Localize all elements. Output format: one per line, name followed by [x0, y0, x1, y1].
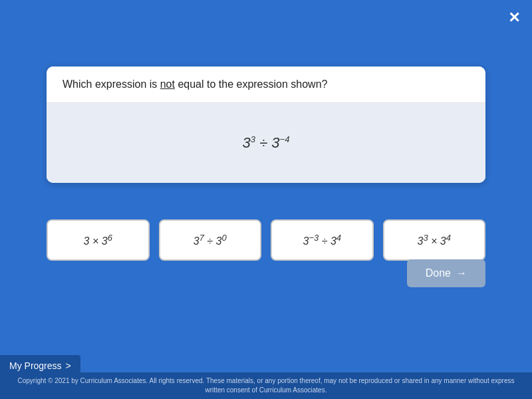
question-card: Which expression is not equal to the exp… — [47, 66, 485, 183]
question-header: Which expression is not equal to the exp… — [47, 66, 485, 103]
done-arrow: → — [456, 267, 467, 279]
question-text: Which expression is not equal to the exp… — [63, 78, 327, 90]
choice-c[interactable]: 3−3 ÷ 34 — [271, 219, 374, 261]
choice-b[interactable]: 37 ÷ 30 — [159, 219, 262, 261]
choice-d[interactable]: 33 × 34 — [383, 219, 486, 261]
close-button[interactable]: ✕ — [508, 9, 520, 27]
my-progress-arrow: > — [66, 360, 71, 371]
question-text-after: equal to the expression shown? — [175, 78, 327, 90]
done-button[interactable]: Done → — [407, 259, 485, 287]
expression-area: 33 ÷ 3−4 — [47, 103, 485, 183]
choice-a[interactable]: 3 × 36 — [47, 219, 150, 261]
main-expression: 33 ÷ 3−4 — [243, 134, 290, 152]
footer: Copyright © 2021 by Curriculum Associate… — [0, 372, 532, 399]
question-text-before: Which expression is — [63, 78, 160, 90]
footer-text: Copyright © 2021 by Curriculum Associate… — [18, 377, 515, 394]
done-label: Done — [426, 267, 451, 279]
question-underline: not — [160, 78, 175, 90]
choices-row: 3 × 36 37 ÷ 30 3−3 ÷ 34 33 × 34 — [47, 219, 485, 261]
my-progress-label: My Progress — [9, 360, 62, 371]
